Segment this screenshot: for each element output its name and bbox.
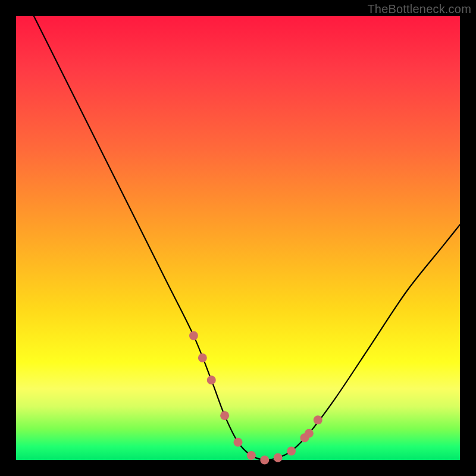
- highlight-dot: [314, 415, 322, 424]
- highlight-dot: [260, 456, 269, 465]
- bottleneck-curve: [34, 16, 460, 460]
- chart-container: TheBottleneck.com: [0, 0, 476, 476]
- curve-layer: [16, 16, 460, 460]
- watermark-text: TheBottleneck.com: [367, 2, 471, 16]
- highlight-dot: [287, 447, 296, 456]
- highlight-dot: [274, 453, 283, 462]
- highlight-dot: [189, 331, 198, 340]
- plot-area: [16, 16, 460, 460]
- highlight-dots: [189, 331, 322, 465]
- highlight-dot: [305, 429, 314, 438]
- highlight-dot: [198, 353, 207, 362]
- highlight-dot: [234, 438, 243, 447]
- highlight-dot: [207, 375, 216, 384]
- highlight-dot: [247, 451, 256, 460]
- highlight-dot: [220, 411, 229, 420]
